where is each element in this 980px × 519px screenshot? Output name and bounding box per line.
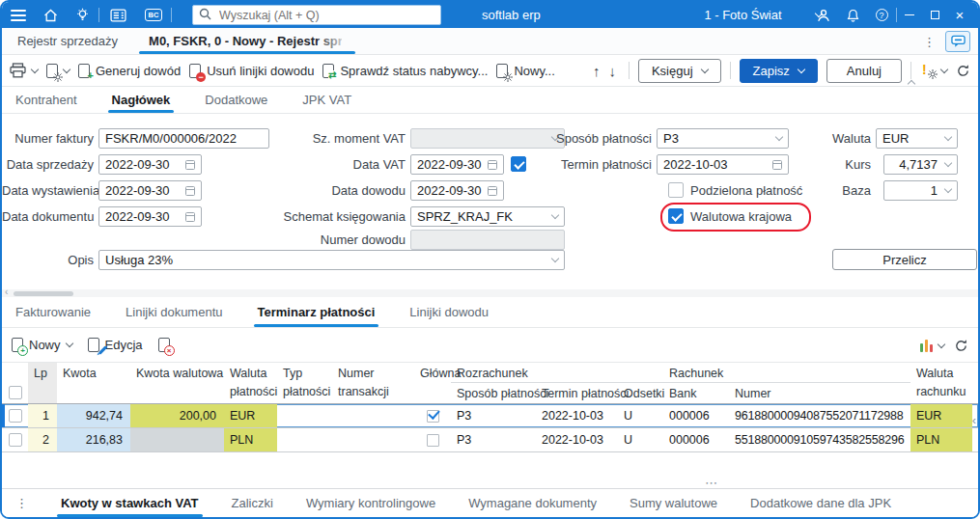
- sale-date-input[interactable]: 2022-09-30: [98, 154, 202, 175]
- col-kwota-walutowa[interactable]: Kwota walutowa: [130, 363, 224, 403]
- col-waluta-rachunku[interactable]: Walutarachunku: [910, 363, 972, 403]
- glowna-checkbox[interactable]: [427, 434, 439, 447]
- cell-kwota-walutowa[interactable]: [130, 428, 224, 451]
- panel-splitter[interactable]: ⋯: [2, 480, 978, 488]
- rate-input[interactable]: 4,7137: [883, 154, 958, 175]
- col-sposob-platnosci[interactable]: Sposób płatności: [451, 383, 536, 403]
- cell-numer-transakcji[interactable]: [332, 428, 414, 451]
- new-line-button[interactable]: + Nowy: [12, 338, 72, 352]
- bottom-more-options-icon[interactable]: ⋮: [15, 496, 28, 510]
- check-buyer-status-button[interactable]: ⇄ Sprawdź status nabywcy...: [322, 64, 488, 78]
- collapse-panel-icon[interactable]: ‹: [972, 413, 976, 427]
- cell-lp[interactable]: 2: [28, 428, 57, 451]
- help-icon[interactable]: ?: [867, 2, 896, 28]
- posting-schema-select[interactable]: SPRZ_KRAJ_FK: [410, 206, 565, 227]
- cancel-button[interactable]: Anuluj: [826, 59, 902, 83]
- vat-date-input[interactable]: 2022-09-30: [410, 154, 504, 175]
- calendar-icon[interactable]: [488, 160, 497, 170]
- search-input[interactable]: [217, 8, 434, 23]
- table-row[interactable]: 2 216,83 PLN P3 2022-10-03 U 000006 5518…: [2, 428, 978, 452]
- tab-wymiary-kontrolingowe[interactable]: Wymiary kontrolingowe: [304, 489, 437, 517]
- bc-icon[interactable]: BC: [136, 2, 171, 28]
- edit-line-button[interactable]: Edycja: [88, 338, 143, 352]
- cell-kwota-walutowa[interactable]: 200,00: [130, 404, 224, 427]
- col-numer[interactable]: Numer: [729, 383, 910, 403]
- vat-date-checkbox[interactable]: [511, 156, 526, 172]
- col-odsetki[interactable]: Odsetki: [618, 383, 663, 403]
- base-input[interactable]: 1: [883, 180, 958, 201]
- cell-numer[interactable]: 55188000091059743582558296: [729, 428, 910, 451]
- collapse-toolbar-icon[interactable]: [908, 80, 915, 88]
- document-date-input[interactable]: 2022-09-30: [98, 206, 202, 227]
- calendar-icon[interactable]: [185, 186, 195, 196]
- tab-kwoty-vat[interactable]: Kwoty w stawkach VAT: [59, 489, 201, 517]
- new-document-button[interactable]: Nowy...: [496, 64, 554, 78]
- refresh-table-button[interactable]: [954, 339, 968, 353]
- minimize-button[interactable]: [897, 2, 922, 28]
- cell-typ-platnosci[interactable]: [277, 428, 332, 451]
- currency-select[interactable]: EUR: [876, 128, 958, 149]
- col-waluta-platnosci[interactable]: Walutapłatności: [224, 363, 277, 403]
- col-typ-platnosci[interactable]: Typpłatności: [277, 363, 332, 403]
- row-select-cell[interactable]: [2, 404, 28, 427]
- calendar-icon[interactable]: [185, 160, 195, 170]
- global-search[interactable]: [192, 5, 441, 25]
- cell-waluta-platnosci[interactable]: PLN: [224, 428, 277, 451]
- cell-sposob[interactable]: P3: [451, 428, 536, 451]
- invoice-number-input[interactable]: FSKR/M0/000006/2022: [98, 128, 269, 149]
- row-select-cell[interactable]: [2, 428, 28, 451]
- move-down-button[interactable]: ↓: [608, 63, 616, 79]
- cell-glowna[interactable]: [414, 404, 451, 427]
- row-checkbox[interactable]: [9, 409, 22, 423]
- move-up-button[interactable]: ↑: [593, 63, 601, 79]
- select-all-checkbox[interactable]: [9, 386, 22, 399]
- generate-proof-button[interactable]: + Generuj dowód: [78, 64, 181, 78]
- cell-waluta-rachunku[interactable]: EUR: [910, 404, 972, 427]
- close-button[interactable]: ×: [947, 2, 972, 28]
- cell-lp[interactable]: 1: [28, 404, 57, 427]
- convert-button[interactable]: Przelicz: [832, 249, 977, 270]
- chevron-down-icon[interactable]: [944, 185, 952, 193]
- cell-waluta-rachunku[interactable]: PLN: [910, 428, 972, 451]
- scrollbar-thumb[interactable]: [14, 291, 73, 296]
- tab-zaliczki[interactable]: Zaliczki: [230, 489, 275, 517]
- chevron-down-icon[interactable]: [775, 133, 783, 141]
- chevron-down-icon[interactable]: [944, 133, 952, 141]
- idea-icon[interactable]: [66, 2, 98, 28]
- tab-linijki-dowodu[interactable]: Linijki dowodu: [407, 297, 490, 327]
- user-icon[interactable]: [809, 2, 838, 28]
- delete-line-button[interactable]: ×: [158, 338, 170, 352]
- cell-numer-transakcji[interactable]: [332, 404, 414, 427]
- horizontal-scrollbar[interactable]: ‹: [2, 289, 978, 297]
- cell-bank[interactable]: 000006: [663, 404, 729, 427]
- save-button[interactable]: Zapisz: [740, 59, 818, 83]
- tab-dodatkowe[interactable]: Dodatkowe: [203, 87, 269, 113]
- issue-date-input[interactable]: 2022-09-30: [98, 180, 202, 201]
- print-button[interactable]: [10, 63, 38, 78]
- refresh-button[interactable]: [956, 64, 970, 78]
- export-button[interactable]: [46, 64, 70, 78]
- maximize-button[interactable]: [922, 2, 947, 28]
- cell-numer[interactable]: 96188000094087552071172988: [729, 404, 910, 427]
- remove-proof-lines-button[interactable]: − Usuń linijki dowodu: [189, 64, 314, 78]
- col-termin-platnosci[interactable]: Termin płatności: [536, 383, 618, 403]
- col-glowna[interactable]: Główna: [414, 363, 451, 403]
- report-icon[interactable]: [99, 2, 136, 28]
- row-checkbox[interactable]: [9, 433, 22, 447]
- tab-active-document[interactable]: M0, FSKR, 0 - Nowy - Rejestr sprzedaży: [133, 28, 357, 54]
- table-row[interactable]: 1 942,74 200,00 EUR P3 2022-10-03 U 0000…: [2, 404, 978, 428]
- cell-kwota[interactable]: 216,83: [57, 428, 130, 451]
- calendar-icon[interactable]: [185, 212, 195, 222]
- company-selector[interactable]: 1 - Foto Świat: [678, 2, 808, 28]
- glowna-checkbox[interactable]: [427, 410, 439, 423]
- cell-bank[interactable]: 000006: [663, 428, 729, 451]
- description-input[interactable]: Usługa 23%: [98, 250, 565, 270]
- tab-rejestr-sprzedazy[interactable]: Rejestr sprzedaży: [2, 28, 133, 54]
- tab-jpk-vat[interactable]: JPK VAT: [300, 87, 353, 113]
- cell-sposob[interactable]: P3: [451, 404, 536, 427]
- scroll-left-icon[interactable]: ‹: [5, 287, 8, 297]
- home-icon[interactable]: [35, 2, 66, 28]
- cell-waluta-platnosci[interactable]: EUR: [224, 404, 277, 427]
- cell-odsetki[interactable]: U: [618, 404, 663, 427]
- cell-kwota[interactable]: 942,74: [57, 404, 130, 427]
